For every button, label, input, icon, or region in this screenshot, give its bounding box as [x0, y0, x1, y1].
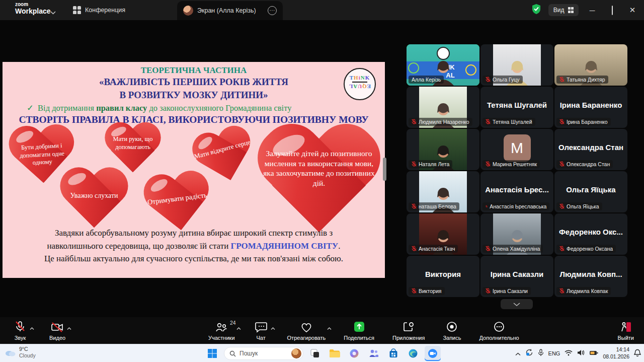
weather-widget[interactable]: 9°C Cloudy [4, 346, 36, 359]
participant-tile-3[interactable]: Татьяна Дихтяр [554, 44, 627, 86]
react-options-chevron-icon[interactable] [327, 323, 332, 332]
heart-text: Бути добрими і допомагати одне одному [9, 141, 75, 169]
notifications-bell-icon[interactable] [634, 349, 641, 358]
maximize-button[interactable] [606, 6, 619, 15]
share-button[interactable]: Поделиться [341, 317, 377, 344]
workspace-chevron-down-icon[interactable] [50, 8, 56, 17]
muted-mic-icon [486, 288, 491, 294]
edge-button[interactable] [405, 346, 421, 361]
muted-mic-icon [559, 161, 565, 167]
participant-name-label: Ірина Саказли [482, 287, 531, 295]
react-button[interactable]: Отреагировать [284, 317, 329, 344]
meeting-toolbar: Звук Видео 24 Участники Чат [0, 317, 644, 344]
participant-tile-13[interactable]: Анастасія Ткач [407, 213, 479, 255]
smiley-icon [408, 62, 419, 74]
chat-options-chevron-icon[interactable] [271, 323, 275, 332]
teams-button[interactable] [366, 346, 382, 361]
participant-tile-15[interactable]: Федоренко Окс... Федоренко Оксана [554, 213, 627, 255]
close-button[interactable]: ✕ [626, 6, 639, 15]
more-button[interactable]: Дополнительно [476, 317, 522, 344]
muted-mic-icon [559, 246, 565, 252]
smiley-icon [465, 64, 476, 76]
participant-tile-6[interactable]: Ірина Бараненко Ірина Бараненко [554, 87, 627, 128]
participant-tile-14[interactable]: Олена Хамідулліна [480, 213, 553, 255]
record-button[interactable]: Запись [440, 317, 464, 344]
zoom-meeting-window: zoom Workplace Конференция Экран (Алла К… [0, 0, 644, 362]
language-indicator[interactable]: ENG [548, 350, 560, 356]
tab-conference-label: Конференция [85, 7, 125, 14]
participant-tile-16[interactable]: Виктория Виктория [407, 256, 479, 297]
titlebar: zoom Workplace Конференция Экран (Алла К… [0, 0, 644, 20]
participant-tile-1[interactable]: NKAL Алла Керізь [407, 44, 479, 86]
heart-text: Уважно слухати [60, 191, 128, 200]
tray-microphone-icon[interactable] [538, 349, 544, 358]
tab-avatar [183, 6, 193, 16]
participant-tile-7[interactable]: Наталя Лета [407, 129, 479, 170]
tray-hidden-icons-chevron-icon[interactable] [515, 349, 521, 358]
participant-tile-11[interactable]: Анастасія Ьрес... Анастасія Ьреславська [480, 171, 553, 212]
security-shield-icon[interactable] [531, 4, 541, 17]
tab-more-icon[interactable]: ⋯ [268, 6, 277, 15]
participants-page-chevron-down-icon[interactable] [501, 299, 533, 309]
tab-screen-share[interactable]: Экран (Алла Керізь) ⋯ [177, 1, 283, 20]
audio-options-chevron-icon[interactable] [30, 323, 34, 332]
tab-conference[interactable]: Конференция [67, 0, 131, 20]
participant-name-label: Людмила Ковпак [556, 287, 611, 295]
taskbar-search-input[interactable]: Пошук [224, 347, 303, 360]
taskbar-clock[interactable]: 14:14 08.01.2026 [603, 346, 629, 360]
participants-button[interactable]: 24 Участники [205, 317, 238, 344]
apps-button[interactable]: Приложения [389, 317, 428, 344]
video-options-chevron-icon[interactable] [67, 323, 71, 332]
react-label: Отреагировать [287, 335, 326, 341]
participant-tile-5[interactable]: Тетяна Шугалей Тетяна Шугалей [480, 87, 553, 128]
task-view-button[interactable] [307, 346, 323, 361]
participant-name-label: Ірина Бараненко [556, 118, 611, 126]
participant-tile-2[interactable]: Ольга Гуцу [480, 44, 553, 86]
participants-options-chevron-icon[interactable] [236, 323, 241, 332]
more-label: Дополнительно [479, 335, 519, 341]
muted-mic-icon [412, 119, 417, 125]
participant-tile-4[interactable]: Людмила Назаренко [407, 87, 479, 128]
participant-name-label: Людмила Назаренко [409, 118, 472, 126]
zoom-app-button[interactable] [425, 346, 441, 361]
shared-screen-slide: ТЕОРЕТИЧНА ЧАСТИНА «ВАЖЛИВІСТЬ ПЕРШИХ РО… [3, 62, 385, 278]
video-button[interactable]: Видео [46, 317, 68, 344]
volume-icon[interactable] [577, 349, 585, 358]
logo-text-workplace: Workplace [15, 8, 51, 15]
participant-tile-12[interactable]: Ольга Яїцька Ольга Яїцька [554, 171, 627, 212]
participant-tile-9[interactable]: Олександра Стан Олександра Стан [554, 129, 627, 170]
participants-label: Участники [208, 335, 235, 341]
zoom-workplace-logo: zoom Workplace [15, 2, 51, 15]
search-daily-image[interactable] [291, 348, 301, 358]
think-equal-badge-icon [437, 47, 450, 60]
audio-button[interactable]: Звук [9, 317, 31, 344]
participant-center-name: Людмила Ковп... [556, 270, 625, 278]
wifi-icon[interactable] [565, 349, 573, 358]
tray-update-icon[interactable] [525, 348, 533, 358]
copilot-button[interactable] [346, 346, 362, 361]
heart-text: Залучайте дітей до позитивного мислення … [258, 149, 379, 188]
file-explorer-button[interactable] [327, 346, 343, 361]
participant-tile-18[interactable]: Людмила Ковп... Людмила Ковпак [554, 256, 627, 297]
participant-tile-8[interactable]: M Марина Решетняк [480, 129, 553, 170]
muted-mic-icon [486, 161, 491, 167]
battery-icon[interactable] [589, 349, 598, 358]
participant-name-label: Анастасія Ьреславська [482, 202, 549, 210]
minimize-button[interactable]: ─ [586, 6, 599, 15]
leave-button[interactable]: Выйти [614, 317, 637, 344]
slide-title: ТЕОРЕТИЧНА ЧАСТИНА [3, 65, 385, 76]
participant-center-name: Виктория [409, 270, 477, 278]
participant-tile-10[interactable]: наташа Белова [407, 171, 479, 212]
meeting-stage: ТЕОРЕТИЧНА ЧАСТИНА «ВАЖЛИВІСТЬ ПЕРШИХ РО… [0, 20, 644, 317]
participant-name-label: Олена Хамідулліна [482, 245, 543, 253]
participant-name-label: наташа Белова [409, 202, 459, 210]
slide-subtitle-line1: «ВАЖЛИВІСТЬ ПЕРШИХ РОКІВ ЖИТТЯ [3, 76, 385, 89]
microsoft-store-button[interactable] [385, 346, 401, 361]
participant-tile-17[interactable]: Ірина Саказли Ірина Саказли [480, 256, 553, 297]
start-button[interactable] [204, 346, 220, 361]
view-button[interactable]: Вид [548, 4, 579, 16]
chat-button[interactable]: Чат [250, 317, 272, 344]
leave-label: Выйти [617, 335, 634, 341]
participant-center-name: Анастасія Ьрес... [482, 185, 551, 194]
participant-center-name: Тетяна Шугалей [482, 101, 551, 109]
